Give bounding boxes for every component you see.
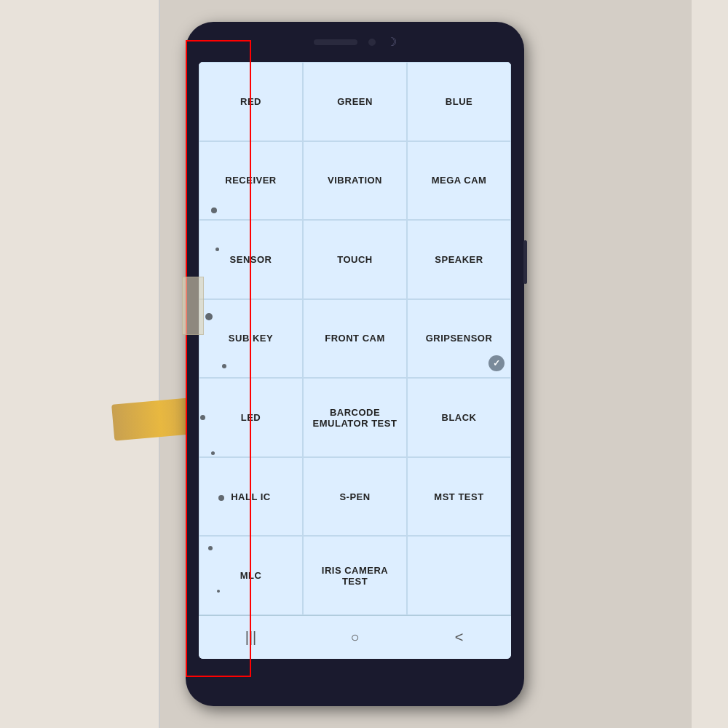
cell-mega-cam[interactable]: MEGA CAM (407, 141, 511, 221)
power-button[interactable] (523, 240, 527, 284)
cell-red[interactable]: RED (199, 62, 303, 141)
cell-sub-key[interactable]: SUB KEY (199, 299, 303, 379)
cell-touch[interactable]: TOUCH (303, 220, 407, 299)
foam-left (0, 0, 160, 728)
cell-speaker[interactable]: SPEAKER (407, 220, 511, 299)
test-grid-menu: RED GREEN BLUE RECEIVER VIBRATION MEGA C… (199, 62, 511, 615)
gripsensor-badge: ✓ (488, 355, 505, 371)
cell-green[interactable]: GREEN (303, 62, 407, 141)
cell-mst-test[interactable]: MST TEST (407, 457, 511, 537)
cell-front-cam[interactable]: FRONT CAM (303, 299, 407, 379)
phone-body: ☽ RED GREEN BLUE RECEIVER VIBRATION MEGA… (186, 22, 524, 706)
cell-sensor[interactable]: SENSOR (199, 220, 303, 299)
recents-button[interactable]: ||| (237, 623, 266, 652)
phone-screen: RED GREEN BLUE RECEIVER VIBRATION MEGA C… (199, 62, 511, 659)
front-camera-dot (368, 39, 376, 46)
scene: ☽ RED GREEN BLUE RECEIVER VIBRATION MEGA… (0, 0, 728, 728)
cell-vibration[interactable]: VIBRATION (303, 141, 407, 221)
cell-hall-ic[interactable]: HALL IC (199, 457, 303, 537)
cell-mlc[interactable]: MLC (199, 536, 303, 615)
cell-s-pen[interactable]: S-PEN (303, 457, 407, 537)
phone-top-bar: ☽ (186, 22, 524, 62)
cell-black[interactable]: BLACK (407, 378, 511, 457)
cell-barcode-emulator[interactable]: BARCODE EMULATOR TEST (303, 378, 407, 457)
cell-gripsensor[interactable]: GRIPSENSOR ✓ (407, 299, 511, 379)
cell-blue[interactable]: BLUE (407, 62, 511, 141)
tape (182, 277, 204, 335)
moon-icon: ☽ (387, 35, 397, 49)
cell-iris-camera[interactable]: IRIS CAMERA TEST (303, 536, 407, 615)
foam-right (692, 0, 728, 728)
navigation-bar: ||| ○ < (199, 615, 511, 659)
speaker-grill (314, 39, 357, 45)
cell-empty (407, 536, 511, 615)
cell-receiver[interactable]: RECEIVER (199, 141, 303, 221)
home-button[interactable]: ○ (341, 623, 370, 652)
cell-led[interactable]: LED (199, 378, 303, 457)
back-button[interactable]: < (445, 623, 474, 652)
